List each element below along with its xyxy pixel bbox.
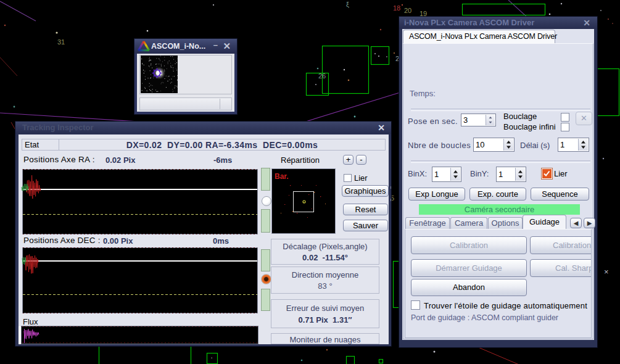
svg-text:ξ: ξ: [346, 1, 349, 8]
svg-text:×: ×: [604, 267, 609, 276]
svg-text:31: 31: [57, 38, 65, 46]
svg-text:18: 18: [393, 4, 400, 12]
svg-text:26: 26: [318, 72, 326, 80]
svg-text:20: 20: [404, 7, 411, 14]
